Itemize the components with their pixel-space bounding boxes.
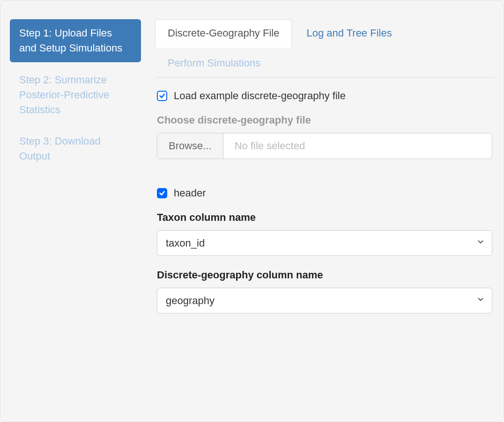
geography-label: Discrete-geography column name <box>157 269 492 281</box>
check-icon <box>159 190 165 196</box>
sidebar-item-step1[interactable]: Step 1: Upload Files and Setup Simulatio… <box>10 19 141 62</box>
sidebar-nav: Step 1: Upload Files and Setup Simulatio… <box>10 10 141 327</box>
load-example-label[interactable]: Load example discrete-geography file <box>174 90 346 102</box>
file-input-group: Browse... No file selected <box>157 133 492 159</box>
file-status-text: No file selected <box>223 133 492 159</box>
choose-file-label: Choose discrete-geography file <box>157 114 492 126</box>
layout-row: Step 1: Upload Files and Setup Simulatio… <box>10 10 494 327</box>
browse-button[interactable]: Browse... <box>157 133 223 159</box>
check-icon <box>159 93 165 99</box>
main-panel: Discrete-Geography File Log and Tree Fil… <box>155 10 494 327</box>
header-row: header <box>157 187 492 199</box>
load-example-row: Load example discrete-geography file <box>157 90 492 102</box>
taxon-select[interactable]: taxon_id <box>157 230 492 256</box>
tab-log-and-tree-files[interactable]: Log and Tree Files <box>294 19 404 48</box>
sidebar-item-label: Step 2: Summarize Posterior-Predictive S… <box>19 74 109 116</box>
tab-perform-simulations: Perform Simulations <box>155 49 273 78</box>
geography-select[interactable]: geography <box>157 288 492 313</box>
load-example-checkbox[interactable] <box>157 91 167 101</box>
sidebar-item-step3[interactable]: Step 3: Download Output <box>10 127 141 170</box>
tab-pane: Load example discrete-geography file Cho… <box>155 78 494 313</box>
sidebar-item-label: Step 1: Upload Files and Setup Simulatio… <box>19 27 122 54</box>
tab-discrete-geography-file[interactable]: Discrete-Geography File <box>155 19 292 48</box>
taxon-label: Taxon column name <box>157 211 492 224</box>
well-container: Step 1: Upload Files and Setup Simulatio… <box>0 0 504 422</box>
browse-button-label: Browse... <box>169 140 212 152</box>
taxon-select-wrap: taxon_id <box>157 230 492 256</box>
header-checkbox[interactable] <box>157 188 167 198</box>
header-label[interactable]: header <box>174 187 206 199</box>
sidebar-item-step2[interactable]: Step 2: Summarize Posterior-Predictive S… <box>10 66 141 124</box>
geography-select-wrap: geography <box>157 288 492 313</box>
tab-label: Discrete-Geography File <box>168 27 279 39</box>
tab-bar: Discrete-Geography File Log and Tree Fil… <box>155 19 494 78</box>
taxon-group: Taxon column name taxon_id <box>157 211 492 256</box>
tab-label: Log and Tree Files <box>306 27 392 39</box>
geography-group: Discrete-geography column name geography <box>157 269 492 313</box>
tab-label: Perform Simulations <box>168 57 260 69</box>
sidebar-item-label: Step 3: Download Output <box>19 135 101 162</box>
